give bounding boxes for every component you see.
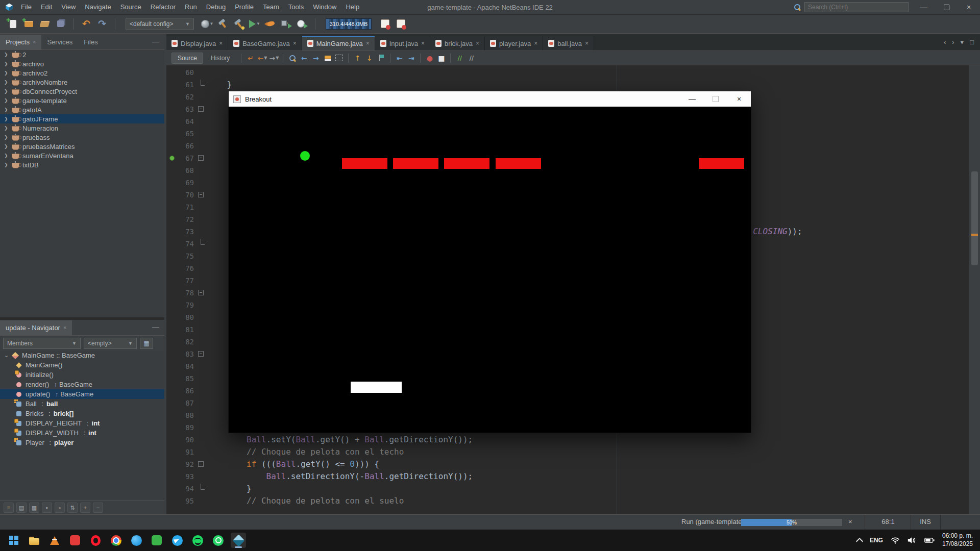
navigator-item-display-width[interactable]: DISPLAY_WIDTH : int: [0, 428, 164, 438]
editor-scrollbar[interactable]: [969, 65, 980, 514]
game-canvas[interactable]: [229, 107, 751, 433]
history-view-button[interactable]: History: [205, 53, 235, 63]
line-number[interactable]: 72: [177, 215, 197, 223]
line-number[interactable]: 73: [177, 228, 197, 236]
breakout-close-button[interactable]: ×: [727, 91, 751, 107]
line-number[interactable]: 77: [177, 277, 197, 285]
start-button[interactable]: [6, 533, 21, 548]
chevron-right-icon[interactable]: ❯: [4, 162, 9, 167]
line-number[interactable]: 65: [177, 130, 197, 138]
back-icon[interactable]: ←▼: [257, 53, 267, 64]
scrollbar-thumb[interactable]: [971, 171, 978, 265]
line-number[interactable]: 90: [177, 436, 197, 444]
apply-code-changes-button[interactable]: [264, 17, 277, 31]
red-app-icon[interactable]: [67, 533, 83, 548]
chevron-right-icon[interactable]: ❯: [4, 89, 9, 94]
project-item-2[interactable]: ❯2: [0, 50, 164, 59]
scroll-tabs-right-icon[interactable]: ›: [952, 38, 954, 46]
chevron-right-icon[interactable]: ❯: [4, 61, 9, 66]
navigator-item-bricks[interactable]: Bricks : brick[]: [0, 409, 164, 418]
line-number[interactable]: 81: [177, 325, 197, 334]
find-selection-icon[interactable]: [287, 53, 298, 64]
options-icon[interactable]: ≡: [4, 503, 14, 513]
fold-collapse-icon[interactable]: −: [198, 192, 204, 197]
line-number[interactable]: 74: [177, 240, 197, 248]
spotify-icon[interactable]: [190, 533, 205, 548]
profiler-point-icon-2[interactable]: [394, 17, 407, 31]
chevron-right-icon[interactable]: ❯: [4, 126, 9, 131]
expand-all-icon[interactable]: +: [80, 503, 90, 513]
line-number[interactable]: 86: [177, 387, 197, 395]
menu-help[interactable]: Help: [341, 3, 364, 11]
editor-tab-basegame-java[interactable]: BaseGame.java×: [228, 36, 302, 51]
profile-project-button[interactable]: ▼: [296, 17, 309, 31]
chevron-right-icon[interactable]: ❯: [4, 135, 9, 140]
close-icon[interactable]: ×: [33, 35, 36, 49]
show-inherited-icon[interactable]: ▤: [16, 503, 27, 513]
line-number[interactable]: 94: [177, 485, 197, 493]
line-number[interactable]: 66: [177, 142, 197, 150]
minimize-button[interactable]: —: [913, 0, 935, 14]
line-number[interactable]: 88: [177, 411, 197, 419]
breakout-maximize-button[interactable]: [704, 91, 727, 107]
breakout-titlebar[interactable]: Breakout — ×: [229, 91, 751, 107]
line-number[interactable]: 63: [177, 105, 197, 113]
project-item-gatoia[interactable]: ❯gatoIA: [0, 105, 164, 114]
close-icon[interactable]: ×: [421, 40, 425, 47]
chevron-right-icon[interactable]: ❯: [4, 98, 9, 103]
navigator-item-maingame-basegame[interactable]: ⌄MainGame :: BaseGame: [0, 350, 164, 360]
menu-refactor[interactable]: Refactor: [146, 3, 180, 11]
uncomment-icon[interactable]: //: [466, 53, 477, 64]
close-icon[interactable]: ×: [219, 40, 223, 47]
source-view-button[interactable]: Source: [172, 53, 203, 64]
line-number[interactable]: 85: [177, 374, 197, 383]
forward-icon[interactable]: →▼: [268, 53, 279, 64]
project-item-pruebass[interactable]: ❯pruebass: [0, 133, 164, 142]
line-number[interactable]: 92: [177, 460, 197, 468]
project-item-numeracion[interactable]: ❯Numeracion: [0, 123, 164, 133]
fold-collapse-icon[interactable]: −: [198, 106, 204, 112]
fold-collapse-icon[interactable]: −: [198, 155, 204, 161]
code-line[interactable]: 61}: [166, 79, 969, 91]
line-number[interactable]: 82: [177, 338, 197, 346]
editor-tab-display-java[interactable]: Display.java×: [166, 36, 228, 51]
navigator-view-button[interactable]: ▦: [140, 338, 153, 349]
close-icon[interactable]: ×: [534, 40, 537, 47]
cancel-task-button[interactable]: ×: [848, 518, 852, 525]
close-button[interactable]: ×: [958, 0, 980, 14]
editor-tab-ball-java[interactable]: ball.java×: [543, 36, 594, 51]
show-fields-icon[interactable]: ▦: [29, 503, 39, 513]
chevron-right-icon[interactable]: ❯: [4, 70, 9, 76]
edge-icon[interactable]: [129, 533, 144, 548]
line-number[interactable]: 62: [177, 93, 197, 101]
hidden-icons-chevron[interactable]: [856, 538, 863, 545]
menu-window[interactable]: Window: [308, 3, 341, 11]
show-public-only-icon[interactable]: ▫: [55, 503, 65, 513]
menu-view[interactable]: View: [57, 3, 80, 11]
navigator-item-display-height[interactable]: DISPLAY_HEIGHT : int: [0, 418, 164, 428]
chevron-right-icon[interactable]: ❯: [4, 107, 9, 112]
show-static-icon[interactable]: ▪: [42, 503, 52, 513]
menu-profile[interactable]: Profile: [230, 3, 258, 11]
open-project-button[interactable]: [38, 17, 51, 31]
code-line[interactable]: 94}: [166, 483, 969, 495]
config-select[interactable]: <default config>▼: [126, 18, 194, 30]
menu-debug[interactable]: Debug: [202, 3, 230, 11]
menu-run[interactable]: Run: [180, 3, 202, 11]
menu-team[interactable]: Team: [258, 3, 284, 11]
chevron-right-icon[interactable]: ❯: [4, 52, 9, 57]
green-app-icon[interactable]: [149, 533, 164, 548]
fold-collapse-icon[interactable]: −: [198, 290, 204, 295]
line-number[interactable]: 76: [177, 264, 197, 272]
new-project-button[interactable]: [22, 17, 35, 31]
project-item-pruebassmatrices[interactable]: ❯pruebassMatrices: [0, 142, 164, 151]
toggle-bookmark-icon[interactable]: [376, 53, 386, 64]
fold-collapse-icon[interactable]: −: [198, 461, 204, 467]
volume-icon[interactable]: [908, 537, 917, 544]
panel-tab-files[interactable]: Files: [78, 35, 103, 49]
code-line[interactable]: 92−if (((Ball.getY() <= 0))) {: [166, 458, 969, 470]
record-macro-icon[interactable]: ●: [424, 53, 435, 64]
tab-navigator[interactable]: update - Navigator ×: [0, 320, 72, 335]
web-globe-icon[interactable]: ▼: [201, 17, 214, 31]
fold-collapse-icon[interactable]: −: [198, 351, 204, 357]
